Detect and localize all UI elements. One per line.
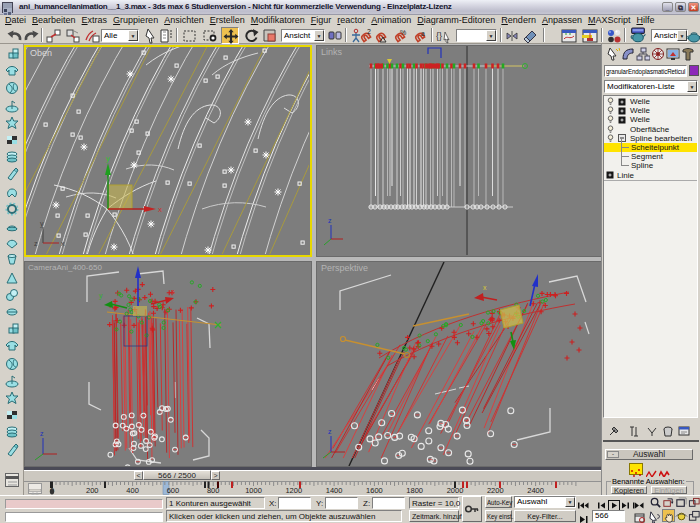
svg-text:z: z	[34, 240, 38, 247]
svg-text:z: z	[328, 217, 332, 224]
svg-text:%: %	[400, 29, 406, 36]
svg-text:x: x	[483, 284, 487, 291]
svg-text:2: 2	[367, 28, 371, 35]
svg-text:1400: 1400	[326, 486, 343, 495]
svg-text:1800: 1800	[406, 486, 423, 495]
svg-text:200: 200	[86, 486, 99, 495]
svg-text:a: a	[421, 30, 425, 37]
svg-text:y: y	[106, 154, 110, 163]
svg-text:z: z	[40, 430, 44, 437]
svg-text:z: z	[328, 428, 332, 435]
svg-text:y: y	[99, 292, 103, 300]
svg-text:600: 600	[167, 486, 180, 495]
svg-text:x: x	[171, 288, 175, 295]
svg-text:x: x	[158, 205, 162, 214]
svg-text:2200: 2200	[487, 486, 504, 495]
svg-text:y: y	[40, 220, 44, 228]
svg-text:2400: 2400	[527, 486, 544, 495]
svg-text:1000: 1000	[245, 486, 262, 495]
svg-text:400: 400	[126, 486, 139, 495]
svg-text:x: x	[61, 240, 65, 247]
svg-text:1600: 1600	[366, 486, 383, 495]
svg-text:{}: {}	[436, 31, 442, 41]
